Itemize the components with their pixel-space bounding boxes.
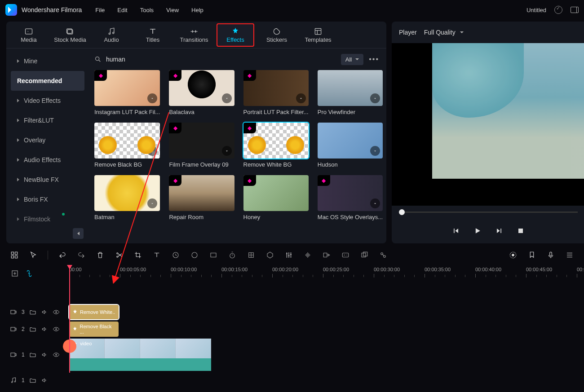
mask-icon[interactable] [265,251,274,260]
folder-icon[interactable] [29,377,36,384]
play-icon[interactable] [473,226,482,235]
duration-icon[interactable] [228,251,237,260]
clip-remove-black[interactable]: Remove Black ... [69,322,119,337]
sidebar-item-video-effects[interactable]: Video Effects [11,91,84,110]
download-icon[interactable] [222,93,232,103]
subtitle-icon[interactable] [341,251,350,260]
effect-card[interactable]: Instagram LUT Pack Fil... [94,70,160,115]
effect-card[interactable]: Portrait LUT Pack Filter... [243,70,309,115]
menu-tools[interactable]: Tools [140,7,154,13]
time-ruler[interactable]: 00:0000:00:05:0000:00:10:0000:00:15:0000… [69,265,584,282]
folder-icon[interactable] [29,308,36,316]
audio-icon[interactable] [303,251,312,260]
prev-frame-icon[interactable] [451,226,460,235]
stop-icon[interactable] [516,226,525,235]
effect-card[interactable]: Remove Black BG [94,123,160,168]
effect-name: Remove Black BG [94,161,160,168]
split-icon[interactable] [115,251,124,260]
sidebar-item-newblue[interactable]: NewBlue FX [11,170,84,189]
crop-icon[interactable] [133,251,142,260]
download-icon[interactable] [370,198,380,208]
adjust-icon[interactable] [284,251,293,260]
text-icon[interactable] [152,251,161,260]
next-frame-icon[interactable] [495,226,504,235]
selection-tool-icon[interactable] [29,251,38,260]
redo-icon[interactable] [77,251,86,260]
tab-titles[interactable]: Titles [134,23,172,47]
playhead[interactable] [69,265,70,373]
add-track-icon[interactable] [10,251,19,260]
tab-stock-media[interactable]: Stock Media [51,23,89,47]
download-icon[interactable] [296,93,306,103]
effect-card[interactable]: Hudson [318,123,383,168]
collapse-sidebar-button[interactable] [73,228,84,239]
effect-name: Mac OS Style Overlays... [318,214,383,220]
clip-video[interactable]: video [69,339,211,371]
tab-transitions[interactable]: Transitions [175,23,213,47]
sidebar-item-boris[interactable]: Boris FX [11,189,84,209]
visibility-icon[interactable] [53,326,60,333]
effect-card[interactable]: Film Frame Overlay 09 [169,123,234,168]
player-scrubber[interactable] [399,211,578,213]
sidebar-item-overlay[interactable]: Overlay [11,130,84,150]
speed-icon[interactable] [171,251,180,260]
effect-card[interactable]: Mac OS Style Overlays... [318,175,383,220]
effect-card[interactable]: Honey [243,175,309,220]
delete-icon[interactable] [96,251,105,260]
download-icon[interactable] [370,146,380,156]
more-options-icon[interactable]: ••• [369,55,379,63]
tl-link-icon[interactable] [25,269,33,277]
tab-templates[interactable]: Templates [299,23,337,47]
mute-icon[interactable] [41,351,48,358]
detach-audio-icon[interactable] [322,251,331,260]
quality-dropdown[interactable]: Full Quality [424,29,464,36]
green-screen-icon[interactable] [209,251,218,260]
download-icon[interactable] [370,93,380,103]
menu-file[interactable]: File [95,7,105,13]
effect-card[interactable]: Pro Viewfinder [318,70,383,115]
search-input[interactable] [106,56,336,63]
sidebar-item-recommended[interactable]: Recommended [11,71,84,91]
effect-card[interactable]: Batman [94,175,160,220]
svg-point-35 [55,354,57,356]
visibility-icon[interactable] [53,308,60,316]
mute-icon[interactable] [41,377,48,384]
visibility-icon[interactable] [53,351,60,358]
render-icon[interactable] [509,251,518,260]
export-frame-icon[interactable] [360,251,369,260]
clip-remove-white[interactable]: Remove White.. [69,305,119,319]
tab-media[interactable]: Media [10,23,48,47]
menu-edit[interactable]: Edit [117,7,127,13]
tl-add-icon[interactable] [11,269,19,277]
mixer-icon[interactable] [565,251,574,260]
effect-card[interactable]: Repair Room [169,175,234,220]
keyframe-icon[interactable] [247,251,256,260]
effect-card[interactable]: Balaclava [169,70,234,115]
folder-icon[interactable] [29,326,36,333]
marker-icon[interactable] [527,251,536,260]
color-icon[interactable] [190,251,199,260]
menu-view[interactable]: View [166,7,179,13]
download-icon[interactable] [147,93,157,103]
effect-card[interactable]: Remove White BG [243,123,309,168]
tab-stickers[interactable]: Stickers [258,23,296,47]
player-preview[interactable] [392,43,584,206]
filter-dropdown[interactable]: All [341,54,363,65]
tab-audio[interactable]: Audio [93,23,130,47]
sidebar-item-filter-lut[interactable]: Filter&LUT [11,110,84,130]
sync-status-icon[interactable] [554,6,562,14]
sidebar-item-mine[interactable]: Mine [11,51,84,71]
sidebar-item-filmstock[interactable]: Filmstock [11,209,84,229]
download-icon[interactable] [222,146,232,156]
layout-icon[interactable] [571,7,579,13]
menu-help[interactable]: Help [191,7,204,13]
sidebar-item-audio-effects[interactable]: Audio Effects [11,150,84,170]
mute-icon[interactable] [41,308,48,316]
download-icon[interactable] [147,198,157,208]
folder-icon[interactable] [29,351,36,358]
record-vo-icon[interactable] [546,251,555,260]
tab-effects[interactable]: Effects [217,23,254,47]
undo-icon[interactable] [58,251,67,260]
motion-icon[interactable] [379,251,388,260]
mute-icon[interactable] [41,326,48,333]
